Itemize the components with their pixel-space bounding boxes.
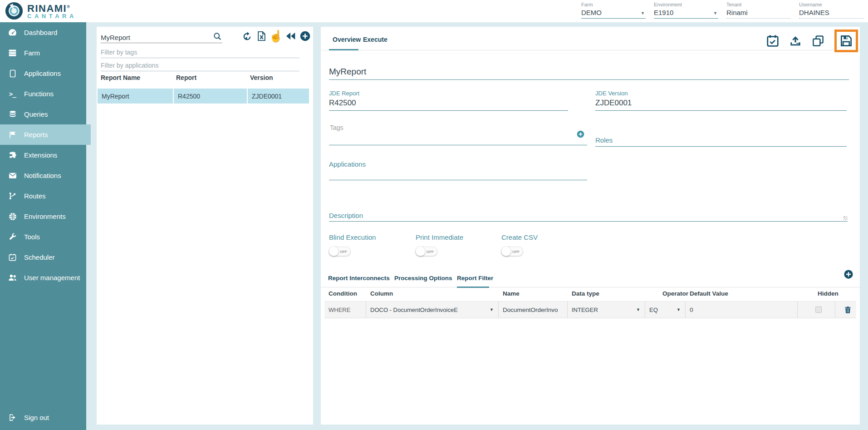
active-tab-indicator: [329, 49, 358, 50]
sidebar-item-applications[interactable]: Applications: [0, 63, 86, 84]
name-input[interactable]: [503, 306, 561, 313]
sidebar-item-user-management[interactable]: User management: [0, 267, 86, 288]
functions-icon: >_: [8, 89, 17, 99]
report-cell: R42500: [173, 89, 247, 104]
report-list-panel: ☝ Report Name Report Version MyReport R4…: [97, 27, 313, 425]
sidebar-nav: Dashboard Farm Applications >_ Functions…: [0, 22, 86, 430]
active-subtab-indicator: [457, 287, 489, 288]
create-csv-label: Create CSV: [501, 233, 538, 241]
col-condition: Condition: [324, 290, 366, 297]
report-name-input[interactable]: [329, 65, 849, 79]
default-value-input[interactable]: [690, 306, 786, 313]
farm-select[interactable]: DEMO▼: [581, 7, 646, 19]
report-list-row-selected[interactable]: MyReport R42500 ZJDE0001: [98, 89, 309, 104]
jde-report-input[interactable]: [329, 97, 568, 110]
toggle-state-label: OFF: [340, 250, 347, 254]
sidebar-item-label: Routes: [24, 192, 46, 200]
upload-icon[interactable]: [788, 34, 803, 48]
sidebar-item-farm[interactable]: Farm: [0, 43, 86, 63]
sidebar-item-functions[interactable]: >_ Functions: [0, 84, 86, 104]
report-detail-panel: Overview Execute JDE Report JDE Version …: [321, 27, 860, 425]
routes-icon: [8, 191, 17, 201]
applications-field[interactable]: Applications: [329, 160, 587, 180]
chevron-down-icon: ▼: [641, 11, 645, 15]
sidebar-item-label: Reports: [24, 131, 48, 138]
description-field[interactable]: Description: [329, 212, 848, 222]
dashboard-icon: [8, 28, 17, 37]
brand-logo: RINAMI® CANTARA: [5, 1, 77, 20]
sidebar-item-environments[interactable]: Environments: [0, 206, 86, 227]
delete-cell: [835, 301, 856, 318]
environment-select-field: Environment E1910▼: [654, 2, 718, 19]
detail-toolbar: [765, 30, 858, 52]
roles-field[interactable]: Roles: [595, 136, 847, 147]
sidebar-item-scheduler[interactable]: Scheduler: [0, 247, 86, 267]
print-immediate-toggle[interactable]: OFF: [416, 247, 437, 256]
tags-field[interactable]: Tags: [329, 124, 587, 145]
farm-label: Farm: [581, 2, 646, 7]
report-search-input[interactable]: [101, 34, 212, 41]
filter-by-applications-input[interactable]: [101, 62, 299, 71]
create-csv-toggle[interactable]: OFF: [501, 247, 523, 256]
sidebar-item-extensions[interactable]: Extensions: [0, 145, 86, 165]
toggle-state-label: OFF: [512, 250, 520, 254]
trash-icon[interactable]: [843, 306, 852, 314]
column-header-report: Report: [172, 74, 246, 81]
col-hidden: Hidden: [798, 290, 835, 297]
add-filter-icon[interactable]: [843, 269, 853, 279]
username-label: Username: [799, 2, 863, 7]
sidebar-item-label: User management: [24, 274, 80, 282]
tenant-value: Rinami: [726, 7, 791, 19]
save-icon[interactable]: [839, 34, 853, 48]
sidebar-item-routes[interactable]: Routes: [0, 186, 86, 206]
farm-select-field: Farm DEMO▼: [581, 2, 646, 19]
hidden-checkbox[interactable]: [815, 306, 822, 313]
copy-icon[interactable]: [811, 34, 825, 48]
tab-overview[interactable]: Overview: [333, 36, 361, 43]
add-tag-icon[interactable]: [577, 130, 584, 138]
subtab-processing-options[interactable]: Processing Options: [394, 275, 452, 282]
queries-icon: [8, 109, 17, 119]
filter-table-header: Condition Column Name Data type Operator…: [324, 290, 835, 297]
print-immediate-label: Print Immediate: [416, 233, 463, 241]
name-cell: [499, 301, 568, 318]
sidebar-item-notifications[interactable]: Notifications: [0, 165, 86, 186]
session-fields: Farm DEMO▼ Environment E1910▼ Tenant Rin…: [581, 2, 863, 19]
excel-export-icon[interactable]: [255, 30, 267, 42]
sidebar-item-label: Farm: [24, 49, 40, 57]
schedule-icon[interactable]: [765, 34, 780, 48]
jde-version-input[interactable]: [595, 97, 847, 110]
operator-select[interactable]: EQ ▼: [645, 301, 686, 318]
subtab-report-interconnects[interactable]: Report Interconnects: [328, 275, 390, 282]
hand-pointer-icon[interactable]: ☝: [270, 30, 282, 42]
environments-icon: [8, 212, 17, 221]
create-csv-toggle-group: Create CSV OFF: [501, 233, 538, 256]
applications-icon: [8, 69, 17, 78]
sidebar-item-tools[interactable]: Tools: [0, 227, 86, 247]
data-type-select[interactable]: INTEGER ▼: [568, 301, 645, 318]
blind-execution-toggle[interactable]: OFF: [329, 247, 351, 256]
chevron-down-icon: ▼: [636, 307, 640, 312]
sidebar-item-label: Dashboard: [24, 29, 57, 36]
jde-version-field: JDE Version: [595, 90, 847, 111]
sidebar-item-queries[interactable]: Queries: [0, 104, 86, 124]
report-list-toolbar: ☝: [241, 30, 311, 42]
refresh-icon[interactable]: [241, 30, 253, 42]
filter-by-tags-input[interactable]: [101, 49, 299, 58]
textarea-resize-handle[interactable]: [843, 216, 848, 220]
column-select[interactable]: DOCO - DocumentOrderInvoiceE ▼: [366, 301, 499, 318]
tab-execute[interactable]: Execute: [363, 36, 387, 43]
sidebar-item-reports[interactable]: Reports: [0, 124, 91, 145]
brand-subtitle: CANTARA: [27, 13, 77, 20]
add-report-icon[interactable]: [299, 30, 311, 42]
sign-out-button[interactable]: Sign out: [0, 407, 86, 428]
sidebar-item-dashboard[interactable]: Dashboard: [0, 22, 86, 43]
rewind-icon[interactable]: [284, 30, 296, 42]
search-icon[interactable]: [212, 31, 222, 41]
tags-placeholder: Tags: [330, 124, 343, 131]
rinami-logo-icon: [5, 1, 24, 20]
tenant-field: Tenant Rinami: [726, 2, 791, 19]
subtab-report-filter[interactable]: Report Filter: [457, 275, 493, 282]
environment-select[interactable]: E1910▼: [654, 7, 718, 19]
sidebar-item-label: Scheduler: [24, 253, 55, 261]
